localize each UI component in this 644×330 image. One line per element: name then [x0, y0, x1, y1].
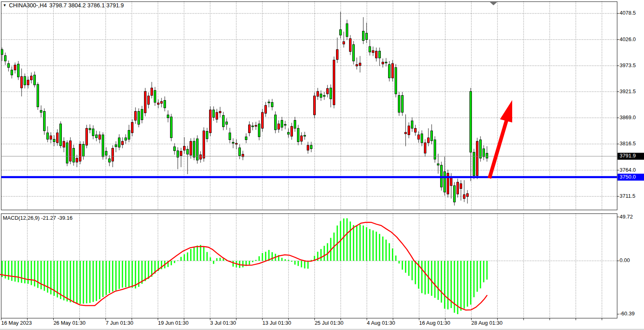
macd-histogram-bar — [148, 261, 149, 279]
candle-body — [210, 110, 212, 133]
axis-label: 4026.0 — [620, 36, 636, 42]
candle-body — [473, 152, 475, 176]
time-axis[interactable]: 16 May 202326 May 01:307 Jun 01:3019 Jun… — [1, 318, 602, 326]
axis-label: 3921.5 — [620, 88, 636, 94]
macd-histogram-bar — [24, 261, 26, 283]
candle-body — [379, 51, 381, 58]
macd-histogram-bar — [76, 261, 78, 304]
macd-histogram-bar — [301, 261, 302, 267]
macd-histogram-bar — [60, 261, 61, 299]
macd-histogram-bar — [213, 261, 214, 264]
candle-body — [301, 136, 303, 141]
candle-body — [1, 50, 3, 55]
macd-histogram-bar — [11, 261, 13, 281]
candle-body — [239, 148, 241, 156]
macd-histogram-bar — [41, 261, 42, 289]
candle-body — [193, 141, 195, 157]
candle-body — [17, 64, 20, 77]
macd-histogram-bar — [96, 261, 97, 301]
candle-body — [112, 148, 114, 161]
candle-body — [138, 111, 140, 125]
macd-histogram-bar — [366, 227, 367, 261]
macd-histogram-bar — [132, 261, 133, 288]
candle-body — [460, 184, 462, 188]
candle-body — [421, 134, 423, 143]
macd-histogram-bar — [8, 261, 9, 280]
macd-histogram-bar — [304, 261, 306, 269]
candle-body — [428, 138, 430, 143]
candle-body — [14, 65, 16, 70]
candle-body — [349, 39, 351, 52]
candle-body — [356, 65, 358, 66]
macd-histogram-bar — [272, 252, 273, 261]
candle-body — [21, 76, 23, 88]
candle-body — [174, 147, 176, 151]
candle-body — [314, 96, 316, 115]
macd-histogram-bar — [291, 261, 293, 262]
candle-body — [340, 30, 342, 35]
chart-canvas[interactable]: 4078.54026.03973.53921.53869.03816.53764… — [0, 0, 644, 330]
macd-histogram-bar — [288, 260, 289, 261]
macd-histogram-bar — [216, 258, 218, 261]
macd-histogram-bar — [116, 261, 117, 291]
candle-body — [369, 46, 371, 52]
macd-histogram-bar — [223, 259, 224, 261]
trend-arrow[interactable] — [489, 100, 512, 178]
arrow-head — [500, 100, 512, 122]
candle-body — [317, 92, 319, 96]
candle-body — [359, 63, 361, 66]
candle-body — [294, 120, 296, 129]
shift-marker-icon — [490, 2, 497, 5]
macd-histogram-bar — [360, 225, 361, 261]
macd-histogram-bar — [467, 261, 468, 307]
candle-body — [190, 141, 192, 155]
macd-histogram-bar — [125, 261, 127, 287]
macd-histogram-bar — [194, 247, 195, 261]
axis-label: 3973.5 — [620, 62, 636, 68]
axis-label: 3711.5 — [620, 193, 635, 199]
macd-axis[interactable]: 49.720.00-60.39 — [617, 214, 635, 317]
macd-histogram-bar — [441, 261, 442, 303]
candle-body — [346, 24, 348, 37]
macd-histogram-bar — [21, 261, 22, 283]
candle-body — [226, 122, 228, 124]
price-axis[interactable]: 4078.54026.03973.53921.53869.03816.53764… — [617, 10, 644, 199]
axis-label: 3869.0 — [620, 114, 636, 120]
macd-histogram-bar — [369, 229, 371, 261]
candle-body — [249, 125, 251, 133]
macd-histogram-bar — [220, 258, 221, 261]
candle-body — [86, 128, 88, 145]
macd-histogram-bar — [122, 261, 123, 288]
macd-histogram-bar — [412, 261, 413, 280]
macd-histogram-bar — [308, 261, 309, 269]
macd-histogram-bar — [119, 261, 120, 289]
candle-body — [411, 121, 413, 128]
date-label: 4 Aug 01:30 — [367, 320, 395, 326]
candle-body — [27, 80, 29, 85]
macd-histogram-bar — [171, 261, 172, 265]
macd-histogram-bar — [145, 261, 146, 281]
macd-histogram-bar — [392, 249, 393, 261]
candle-body — [229, 133, 231, 140]
candle-body — [476, 141, 478, 176]
macd-histogram-bar — [431, 261, 432, 296]
macd-histogram-bar — [483, 261, 485, 282]
macd-histogram-bar — [70, 261, 71, 302]
candle-body — [457, 182, 459, 194]
macd-histogram-bar — [324, 246, 325, 261]
macd-histogram-bar — [109, 261, 110, 293]
macd-histogram-bar — [487, 261, 488, 280]
candle-body — [196, 139, 199, 160]
candle-body — [167, 115, 169, 118]
macd-histogram-bar — [399, 261, 400, 264]
macd-histogram-bar — [480, 261, 481, 288]
macd-histogram-bar — [197, 245, 198, 261]
candle-body — [31, 76, 33, 80]
date-label: 13 Jul 01:30 — [262, 320, 291, 326]
candle-body — [395, 68, 397, 94]
candle-body — [405, 132, 407, 134]
shift-marker-triangle — [490, 2, 497, 5]
candle-body — [431, 131, 433, 140]
quote-ohlc: 3798.7 3804.2 3786.1 3791.9 — [49, 2, 124, 9]
candle-body — [402, 95, 404, 112]
